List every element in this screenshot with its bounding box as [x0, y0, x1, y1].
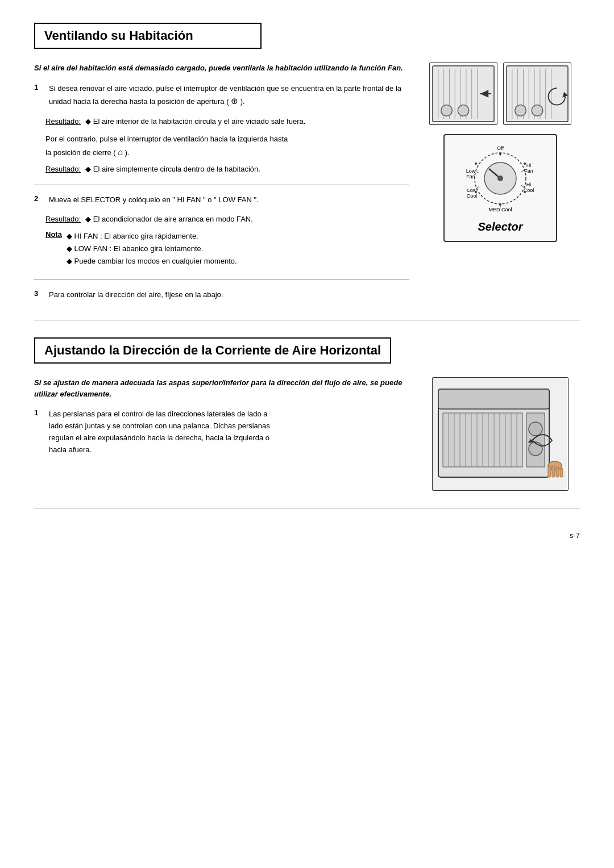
step1-number: 1 [34, 83, 43, 108]
dial-svg: Off Hi Fan Hi Cool MED Cool Low Cool [460, 143, 540, 217]
nota-item-3: ◆ Puede cambiar los modos en cualquier m… [67, 255, 237, 268]
svg-text:Off: Off [497, 145, 504, 151]
selector-diagram: Off Hi Fan Hi Cool MED Cool Low Cool [443, 134, 557, 242]
step2-text: Mueva el SELECTOR y colóquelo en " HI FA… [49, 194, 259, 206]
svg-text:Low: Low [466, 168, 476, 174]
step1-text: Si desea renovar el aire viciado, pulse … [49, 83, 409, 108]
svg-point-9 [441, 105, 453, 116]
svg-point-68 [529, 422, 542, 436]
ac-unit-open [429, 62, 497, 125]
step3-text: Para controlar la dirección del aire, fí… [49, 289, 223, 301]
svg-point-23 [532, 105, 543, 116]
svg-rect-67 [526, 413, 545, 467]
svg-point-69 [529, 442, 542, 456]
selector-title: Selector [478, 220, 523, 233]
svg-rect-73 [556, 467, 559, 477]
nota: Nota ◆ HI FAN : El abanico gira rápidame… [45, 230, 409, 268]
section2-image-col [421, 377, 580, 491]
section2-subtitle: Si se ajustan de manera adecuada las asp… [34, 377, 409, 399]
ac-units-row [429, 62, 571, 125]
svg-point-22 [515, 105, 526, 116]
svg-line-41 [476, 186, 479, 189]
step2: 2 Mueva el SELECTOR y colóquelo en " HI … [34, 194, 409, 206]
page-number: s-7 [34, 531, 580, 540]
svg-text:Hi: Hi [526, 162, 532, 168]
section2-step1: 1 Las persianas para el control de las d… [34, 408, 409, 456]
step2-number: 2 [34, 194, 43, 206]
nota-items: ◆ HI FAN : El abanico gira rápidamente. … [67, 230, 237, 268]
svg-point-10 [458, 105, 469, 116]
result1: Resultado: ◆ El aire interior de la habi… [45, 116, 409, 128]
svg-text:Cool: Cool [467, 193, 478, 199]
section1: Ventilando su Habitación Si el aire del … [34, 23, 580, 308]
section2-title: Ajustando la Dirección de la Corriente d… [34, 337, 391, 364]
middle-text: Por el contrario, pulse el interruptor d… [45, 133, 409, 159]
svg-text:MED Cool: MED Cool [488, 207, 512, 212]
svg-point-49 [475, 191, 477, 193]
ac-image-svg [433, 378, 569, 491]
svg-point-28 [497, 176, 503, 181]
svg-line-36 [521, 185, 524, 187]
svg-point-46 [524, 162, 526, 165]
svg-point-50 [475, 162, 477, 165]
result2: Resultado: ◆ El aire simplemente circula… [45, 164, 409, 176]
svg-rect-71 [548, 466, 551, 477]
result3: Resultado: ◆ El acondicionador de aire a… [45, 214, 409, 226]
svg-point-47 [524, 191, 526, 193]
ac-image-s2 [432, 377, 569, 491]
svg-rect-52 [438, 389, 549, 409]
step3: 3 Para controlar la dirección del aire, … [34, 289, 409, 301]
svg-rect-74 [560, 468, 563, 477]
result2-label: Resultado: [45, 164, 81, 176]
section2-step1-number: 1 [34, 408, 43, 456]
svg-point-48 [499, 203, 501, 206]
result1-text: ◆ El aire interior de la habitación circ… [85, 116, 305, 128]
section1-subtitle: Si el aire del habitación está demasiado… [34, 62, 409, 74]
section1-text-col: Si el aire del habitación está demasiado… [34, 62, 409, 308]
section2-step1-text: Las persianas para el control de las dir… [49, 408, 270, 456]
step3-number: 3 [34, 289, 43, 301]
svg-text:Fan: Fan [524, 168, 533, 174]
section2-text-col: Si se ajustan de manera adecuada las asp… [34, 377, 409, 491]
nota-item-2: ◆ LOW FAN : El abanico gira lentamente. [67, 243, 237, 255]
result3-text: ◆ El acondicionador de aire arranca en m… [85, 214, 253, 226]
section1-title: Ventilando su Habitación [34, 23, 262, 49]
svg-text:Hi: Hi [526, 182, 532, 187]
svg-rect-72 [552, 466, 555, 477]
result2-text: ◆ El aire simplemente circula dentro de … [85, 164, 260, 176]
section2: Ajustando la Dirección de la Corriente d… [34, 337, 580, 491]
svg-line-44 [476, 172, 479, 173]
result1-label: Resultado: [45, 116, 81, 128]
ac-unit-closed [503, 62, 571, 125]
svg-point-45 [499, 153, 501, 155]
step1: 1 Si desea renovar el aire viciado, puls… [34, 83, 409, 108]
svg-text:Fan: Fan [466, 174, 475, 180]
nota-item-1: ◆ HI FAN : El abanico gira rápidamente. [67, 230, 237, 243]
images-col: Off Hi Fan Hi Cool MED Cool Low Cool [421, 62, 580, 308]
nota-label: Nota [45, 230, 62, 239]
result3-label: Resultado: [45, 214, 81, 226]
